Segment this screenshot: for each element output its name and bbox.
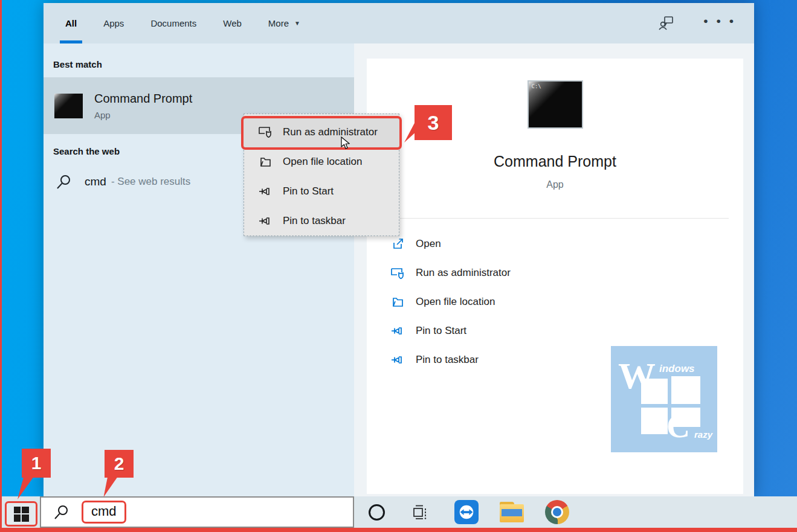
action-run-as-administrator[interactable]: Run as administrator bbox=[367, 258, 743, 287]
search-the-web-header: Search the web bbox=[53, 146, 120, 156]
admin-shield-icon bbox=[390, 267, 405, 280]
divider bbox=[381, 218, 729, 219]
web-suffix-text: - See web results bbox=[111, 176, 190, 188]
task-view-button[interactable] bbox=[411, 496, 430, 528]
preview-title: Command Prompt bbox=[367, 153, 743, 170]
search-filter-tabbar: All Apps Documents Web More ▼ • • • bbox=[44, 3, 754, 43]
open-icon bbox=[390, 238, 405, 250]
step-3-callout: 3 bbox=[415, 105, 452, 140]
action-open[interactable]: Open bbox=[367, 229, 743, 258]
chrome-icon bbox=[545, 500, 569, 524]
search-icon bbox=[53, 504, 69, 521]
command-prompt-icon bbox=[54, 94, 83, 118]
task-view-icon bbox=[411, 503, 430, 521]
action-open-file-location[interactable]: Open file location bbox=[367, 287, 743, 316]
menu-pin-to-start[interactable]: Pin to Start bbox=[244, 176, 399, 206]
tab-all[interactable]: All bbox=[65, 3, 77, 43]
menu-run-as-administrator[interactable]: Run as administrator bbox=[244, 117, 399, 147]
mouse-cursor bbox=[341, 136, 350, 150]
annotation-line-left bbox=[0, 0, 2, 532]
command-prompt-icon-large: C:\ bbox=[528, 80, 583, 129]
tab-more[interactable]: More ▼ bbox=[268, 3, 300, 43]
teamviewer-button[interactable] bbox=[454, 496, 479, 528]
taskbar: cmd bbox=[0, 496, 797, 528]
pin-icon bbox=[257, 185, 273, 197]
best-match-header: Best match bbox=[53, 59, 102, 69]
feedback-icon[interactable] bbox=[658, 16, 674, 31]
windows-crazy-logo: W indows C razy bbox=[611, 346, 717, 452]
windows-logo-icon bbox=[14, 507, 29, 522]
result-title: Command Prompt bbox=[94, 92, 192, 106]
pin-icon bbox=[390, 325, 405, 337]
more-options-icon[interactable]: • • • bbox=[703, 14, 736, 33]
search-icon bbox=[56, 174, 72, 190]
web-query-text: cmd bbox=[85, 175, 106, 188]
taskbar-search-input[interactable]: cmd bbox=[40, 496, 354, 528]
context-menu: Run as administrator Open file location … bbox=[244, 114, 399, 236]
chrome-button[interactable] bbox=[545, 496, 569, 528]
folder-icon bbox=[257, 156, 273, 168]
menu-open-file-location[interactable]: Open file location bbox=[244, 147, 399, 176]
folder-icon bbox=[390, 296, 405, 308]
teamviewer-icon bbox=[454, 500, 479, 524]
tab-apps[interactable]: Apps bbox=[103, 3, 124, 43]
search-query-text: cmd bbox=[82, 501, 126, 524]
menu-pin-to-taskbar[interactable]: Pin to taskbar bbox=[244, 206, 399, 236]
search-flyout: All Apps Documents Web More ▼ • • • bbox=[44, 3, 754, 496]
step-2-callout: 2 bbox=[105, 450, 134, 478]
cortana-button[interactable] bbox=[368, 496, 385, 528]
search-results-pane: Best match Command Prompt App Search the… bbox=[44, 43, 354, 496]
step-1-callout: 1 bbox=[22, 449, 51, 478]
action-pin-to-start[interactable]: Pin to Start bbox=[367, 316, 743, 345]
result-subtitle: App bbox=[94, 110, 192, 120]
pin-icon bbox=[257, 215, 273, 227]
chevron-down-icon: ▼ bbox=[294, 20, 300, 27]
preview-subtitle: App bbox=[367, 179, 743, 190]
cortana-icon bbox=[369, 504, 385, 521]
pin-icon bbox=[390, 354, 405, 366]
tab-web[interactable]: Web bbox=[223, 3, 242, 43]
admin-shield-icon bbox=[257, 126, 273, 138]
file-explorer-button[interactable] bbox=[500, 496, 524, 528]
file-explorer-icon bbox=[500, 502, 524, 522]
annotation-line-bottom bbox=[0, 528, 797, 532]
start-button[interactable] bbox=[5, 501, 37, 527]
tab-documents[interactable]: Documents bbox=[150, 3, 196, 43]
